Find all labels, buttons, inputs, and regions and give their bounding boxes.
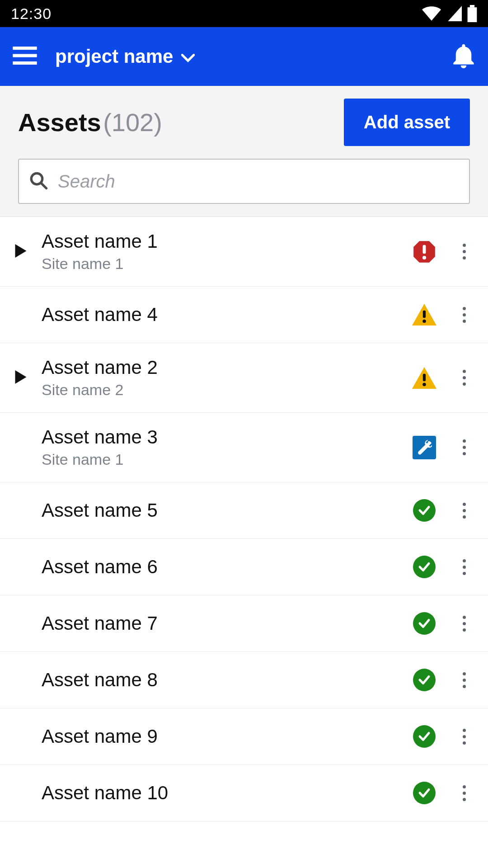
warning-icon — [412, 367, 436, 389]
svg-point-13 — [422, 382, 426, 386]
asset-row[interactable]: Asset name 1Site name 1 — [0, 217, 488, 287]
row-menu-button[interactable] — [459, 556, 469, 579]
menu-slot — [453, 669, 475, 692]
row-menu-button[interactable] — [459, 669, 469, 692]
asset-text: Asset name 5 — [42, 482, 404, 538]
row-menu-button[interactable] — [459, 612, 469, 635]
search-input[interactable] — [58, 171, 459, 192]
svg-rect-12 — [423, 373, 426, 381]
service-icon — [413, 436, 436, 459]
asset-name: Asset name 9 — [42, 726, 404, 747]
asset-row[interactable]: Asset name 3Site name 1 — [0, 413, 488, 482]
page-title: Assets — [18, 108, 101, 137]
status-time: 12:30 — [11, 5, 52, 23]
expand-icon[interactable] — [15, 244, 27, 259]
svg-rect-10 — [423, 311, 426, 318]
bell-icon — [452, 62, 475, 70]
asset-row[interactable]: Asset name 8 — [0, 652, 488, 708]
svg-point-11 — [422, 320, 426, 323]
menu-slot — [453, 612, 475, 635]
asset-text: Asset name 2Site name 2 — [42, 343, 404, 412]
asset-name: Asset name 5 — [42, 500, 404, 521]
asset-name: Asset name 6 — [42, 556, 404, 578]
status-slot — [404, 669, 445, 691]
status-slot — [404, 436, 445, 459]
asset-row[interactable]: Asset name 9 — [0, 708, 488, 765]
status-bar: 12:30 — [0, 0, 488, 27]
asset-row[interactable]: Asset name 6 — [0, 539, 488, 595]
asset-row[interactable]: Asset name 4 — [0, 287, 488, 343]
status-slot — [404, 240, 445, 264]
cellular-icon — [446, 6, 462, 21]
row-menu-button[interactable] — [459, 303, 469, 326]
expand-icon[interactable] — [15, 370, 27, 386]
status-slot — [404, 367, 445, 389]
status-slot — [404, 612, 445, 635]
asset-text: Asset name 7 — [42, 595, 404, 651]
ok-icon — [413, 725, 436, 748]
warning-icon — [412, 304, 436, 326]
search-icon — [29, 171, 48, 192]
expand-slot — [0, 244, 42, 259]
asset-name: Asset name 7 — [42, 613, 404, 634]
ok-icon — [413, 499, 436, 522]
asset-name: Asset name 10 — [42, 782, 404, 804]
add-asset-button[interactable]: Add asset — [344, 99, 470, 146]
svg-rect-3 — [13, 54, 37, 57]
menu-slot — [453, 725, 475, 748]
notifications-button[interactable] — [452, 43, 475, 70]
asset-text: Asset name 4 — [42, 287, 404, 343]
ok-icon — [413, 669, 436, 691]
app-header: project name — [0, 27, 488, 86]
page-count: (102) — [103, 108, 162, 137]
asset-text: Asset name 3Site name 1 — [42, 413, 404, 482]
menu-slot — [453, 782, 475, 805]
row-menu-button[interactable] — [459, 366, 469, 389]
row-menu-button[interactable] — [459, 782, 469, 805]
asset-text: Asset name 8 — [42, 652, 404, 708]
asset-row[interactable]: Asset name 5 — [0, 482, 488, 539]
search-field[interactable] — [18, 159, 470, 204]
status-slot — [404, 782, 445, 804]
error-icon — [413, 240, 436, 264]
project-selector[interactable]: project name — [55, 46, 195, 67]
asset-name: Asset name 4 — [42, 304, 404, 326]
svg-rect-2 — [13, 47, 37, 50]
row-menu-button[interactable] — [459, 725, 469, 748]
page-header: Assets (102) Add asset — [0, 86, 488, 217]
asset-name: Asset name 1 — [42, 231, 404, 252]
asset-text: Asset name 1Site name 1 — [42, 217, 404, 286]
svg-rect-0 — [470, 5, 474, 7]
status-slot — [404, 725, 445, 748]
row-menu-button[interactable] — [459, 240, 469, 263]
asset-row[interactable]: Asset name 7 — [0, 595, 488, 652]
svg-point-9 — [422, 255, 426, 259]
asset-name: Asset name 3 — [42, 426, 404, 448]
asset-name: Asset name 8 — [42, 669, 404, 691]
asset-text: Asset name 10 — [42, 765, 404, 821]
status-slot — [404, 556, 445, 578]
site-name: Site name 2 — [42, 381, 404, 399]
asset-name: Asset name 2 — [42, 357, 404, 378]
menu-slot — [453, 366, 475, 389]
site-name: Site name 1 — [42, 451, 404, 468]
row-menu-button[interactable] — [459, 436, 469, 459]
svg-rect-4 — [13, 61, 37, 65]
svg-line-6 — [41, 183, 46, 188]
menu-slot — [453, 436, 475, 459]
svg-rect-1 — [468, 7, 477, 22]
menu-button[interactable] — [13, 47, 37, 66]
ok-icon — [413, 556, 436, 578]
row-menu-button[interactable] — [459, 499, 469, 522]
site-name: Site name 1 — [42, 255, 404, 273]
project-name-label: project name — [55, 46, 173, 67]
asset-row[interactable]: Asset name 2Site name 2 — [0, 343, 488, 413]
asset-row[interactable]: Asset name 10 — [0, 765, 488, 821]
menu-slot — [453, 303, 475, 326]
asset-text: Asset name 6 — [42, 539, 404, 595]
ok-icon — [413, 612, 436, 635]
status-slot — [404, 499, 445, 522]
battery-icon — [467, 5, 477, 22]
expand-slot — [0, 370, 42, 386]
status-icons — [422, 5, 477, 22]
